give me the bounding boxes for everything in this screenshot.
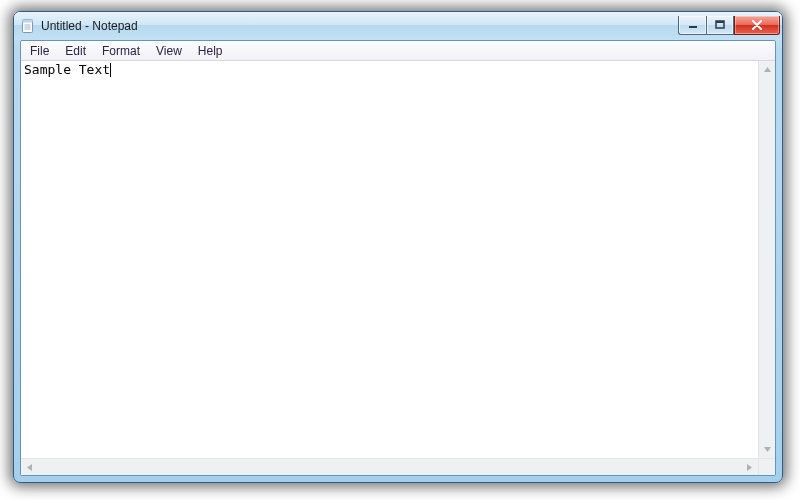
minimize-button[interactable]: [678, 16, 706, 35]
editor-content: Sample Text: [24, 62, 110, 77]
vertical-scrollbar[interactable]: [758, 61, 775, 458]
notepad-icon: [20, 18, 36, 34]
titlebar[interactable]: Untitled - Notepad: [14, 12, 782, 40]
close-button[interactable]: [734, 16, 780, 35]
svg-rect-1: [23, 20, 33, 23]
text-editor[interactable]: Sample Text: [21, 61, 758, 458]
svg-rect-7: [716, 21, 724, 23]
menu-format[interactable]: Format: [94, 42, 148, 60]
resize-grip[interactable]: [758, 458, 775, 475]
menu-file[interactable]: File: [22, 42, 57, 60]
client-area: File Edit Format View Help Sample Text: [20, 40, 776, 476]
hscroll-track[interactable]: [38, 459, 741, 475]
menu-view[interactable]: View: [148, 42, 190, 60]
scroll-left-icon[interactable]: [21, 459, 38, 476]
scroll-up-icon[interactable]: [759, 61, 776, 78]
text-caret: [110, 63, 111, 77]
vscroll-track[interactable]: [759, 78, 775, 441]
horizontal-scrollbar[interactable]: [21, 458, 758, 475]
menu-bar: File Edit Format View Help: [21, 41, 775, 61]
svg-rect-5: [689, 26, 697, 28]
window-controls: [678, 16, 780, 35]
maximize-button[interactable]: [706, 16, 734, 35]
scroll-down-icon[interactable]: [759, 441, 776, 458]
menu-help[interactable]: Help: [190, 42, 231, 60]
window: Untitled - Notepad File Edit Format View…: [13, 11, 783, 483]
menu-edit[interactable]: Edit: [57, 42, 94, 60]
scroll-right-icon[interactable]: [741, 459, 758, 476]
window-title: Untitled - Notepad: [41, 19, 138, 33]
